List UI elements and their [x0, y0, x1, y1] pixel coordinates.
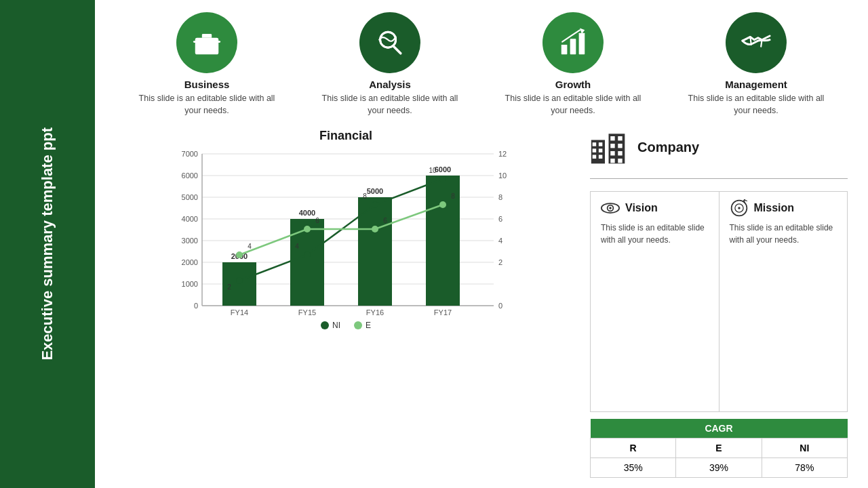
point-ni-fy15 — [304, 251, 311, 258]
handshake-icon — [741, 27, 772, 58]
svg-text:4: 4 — [498, 237, 502, 245]
business-label: Business — [184, 79, 230, 90]
svg-text:2: 2 — [498, 258, 502, 266]
mission-icon — [730, 199, 749, 218]
svg-rect-53 — [593, 155, 597, 159]
growth-icon — [557, 27, 589, 58]
chart-section: Financial 7000 6000 5000 4000 3000 2000 … — [115, 129, 576, 478]
svg-text:6000: 6000 — [182, 171, 198, 180]
analysis-icon-circle — [359, 12, 420, 73]
svg-text:7000: 7000 — [182, 150, 198, 158]
svg-text:6000: 6000 — [435, 165, 451, 174]
svg-text:FY14: FY14 — [231, 308, 248, 317]
chart-container: 7000 6000 5000 4000 3000 2000 1000 0 12 … — [115, 147, 576, 317]
main-content: Business This slide is an editable slide… — [95, 0, 868, 488]
legend-ni-dot — [321, 321, 329, 329]
svg-rect-61 — [610, 159, 614, 163]
svg-rect-55 — [599, 148, 603, 152]
svg-text:FY15: FY15 — [298, 308, 316, 317]
svg-text:6: 6 — [315, 217, 319, 224]
growth-desc: This slide is an editable slide with all… — [498, 93, 648, 117]
legend-ni: NI — [321, 321, 340, 330]
svg-text:3000: 3000 — [182, 237, 198, 245]
cagr-header: CAGR — [591, 419, 848, 439]
business-icon-circle — [176, 12, 237, 73]
analysis-label: Analysis — [369, 79, 411, 90]
svg-text:5000: 5000 — [367, 187, 383, 195]
svg-rect-60 — [610, 151, 614, 155]
mission-title: Mission — [754, 202, 795, 214]
building-icon — [590, 129, 627, 166]
svg-text:2: 2 — [227, 283, 231, 291]
legend-e-dot — [354, 321, 362, 329]
point-e-fy14 — [236, 251, 243, 258]
growth-icon-circle — [542, 12, 604, 73]
svg-rect-1 — [193, 41, 220, 43]
cagr-val-ni: 78% — [762, 458, 847, 478]
analysis-desc: This slide is an editable slide with all… — [315, 93, 465, 117]
company-label: Company — [637, 140, 699, 155]
vision-item: Vision This slide is an editable slide w… — [591, 192, 719, 411]
vision-icon — [601, 199, 620, 218]
svg-rect-65 — [618, 159, 622, 163]
svg-rect-6 — [570, 39, 576, 54]
sidebar-title: Executive summary template ppt — [38, 127, 58, 361]
svg-rect-63 — [618, 144, 622, 148]
mission-desc: This slide is an editable slide with all… — [730, 222, 837, 246]
svg-text:6: 6 — [383, 217, 387, 224]
point-ni-fy14 — [236, 277, 243, 284]
icon-item-growth: Growth This slide is an editable slide w… — [498, 12, 648, 117]
icon-item-management: Management This slide is an editable sli… — [682, 12, 831, 117]
svg-text:10: 10 — [429, 167, 437, 174]
point-ni-fy17 — [439, 176, 446, 182]
svg-text:4000: 4000 — [299, 209, 315, 217]
briefcase-icon — [191, 27, 222, 58]
svg-rect-52 — [593, 148, 597, 152]
cagr-col-ni: NI — [762, 439, 847, 458]
svg-text:FY17: FY17 — [434, 308, 452, 317]
svg-text:4: 4 — [248, 243, 252, 250]
business-desc: This slide is an editable slide with all… — [132, 93, 281, 117]
cagr-table: CAGR R E NI 35% 39% 78% — [590, 419, 848, 478]
svg-text:10: 10 — [498, 171, 507, 180]
cagr-val-r: 35% — [591, 458, 676, 478]
svg-text:FY16: FY16 — [366, 308, 384, 317]
management-icon-circle — [726, 12, 787, 73]
svg-rect-62 — [618, 136, 622, 140]
legend-e-label: E — [366, 321, 371, 330]
svg-rect-58 — [610, 136, 614, 140]
company-divider — [590, 178, 848, 179]
mission-header: Mission — [730, 199, 837, 218]
svg-point-68 — [609, 207, 612, 209]
svg-rect-5 — [561, 45, 568, 54]
svg-text:0: 0 — [194, 302, 198, 310]
point-e-fy17 — [439, 201, 446, 208]
growth-label: Growth — [555, 79, 591, 90]
svg-rect-51 — [593, 142, 597, 146]
bottom-section: Financial 7000 6000 5000 4000 3000 2000 … — [115, 129, 848, 478]
point-e-fy16 — [372, 226, 378, 232]
cagr-col-e: E — [676, 439, 762, 458]
svg-rect-0 — [195, 38, 219, 54]
financial-chart: 7000 6000 5000 4000 3000 2000 1000 0 12 … — [115, 147, 576, 317]
svg-text:0: 0 — [498, 302, 502, 310]
icons-row: Business This slide is an editable slide… — [115, 12, 848, 117]
point-ni-fy16 — [372, 201, 378, 208]
svg-text:4: 4 — [295, 243, 299, 250]
right-section: Company Vision This slide is an editable… — [590, 129, 848, 478]
management-desc: This slide is an editable slide with all… — [682, 93, 831, 117]
mission-item: Mission This slide is an editable slide … — [719, 192, 848, 411]
chart-legend: NI E — [115, 321, 576, 330]
vision-mission-container: Vision This slide is an editable slide w… — [590, 191, 848, 412]
svg-line-3 — [394, 47, 401, 54]
svg-text:8: 8 — [363, 192, 367, 200]
management-label: Management — [725, 79, 787, 90]
svg-text:8: 8 — [498, 193, 502, 201]
svg-text:4000: 4000 — [182, 215, 198, 223]
svg-rect-54 — [599, 142, 603, 146]
vision-desc: This slide is an editable slide with all… — [601, 222, 709, 246]
sidebar: Executive summary template ppt — [0, 0, 95, 488]
svg-rect-64 — [618, 151, 622, 155]
icon-item-analysis: Analysis This slide is an editable slide… — [315, 12, 465, 117]
svg-rect-56 — [599, 155, 603, 159]
